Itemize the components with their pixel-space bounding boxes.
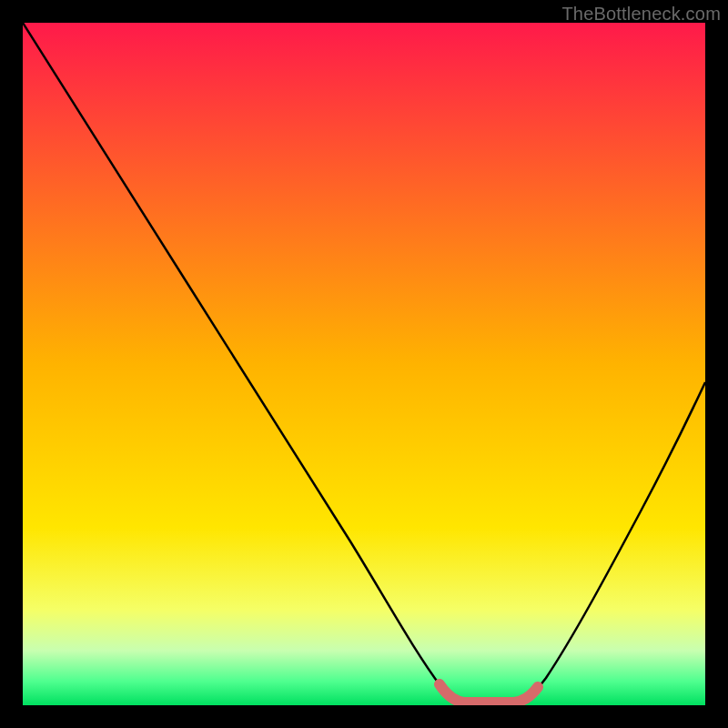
gradient-background	[23, 23, 705, 705]
chart-frame: TheBottleneck.com	[0, 0, 728, 728]
plot-area	[23, 23, 705, 705]
attribution-text: TheBottleneck.com	[561, 4, 721, 25]
plot-svg	[23, 23, 705, 705]
